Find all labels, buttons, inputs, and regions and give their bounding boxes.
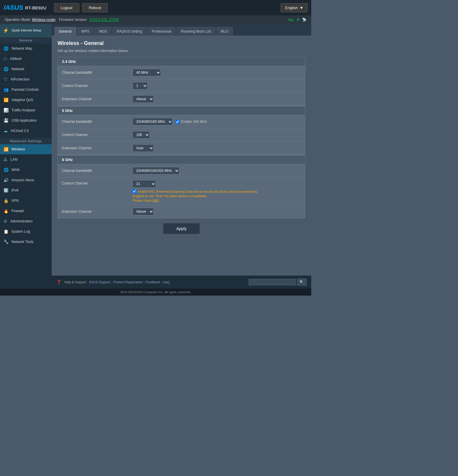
tab-radius-setting[interactable]: RADIUS Setting (112, 27, 147, 36)
tab-professional[interactable]: Professional (147, 27, 176, 36)
amazon-alexa-icon: 🔊 (4, 178, 9, 182)
sidebar-item-amazon-alexa[interactable]: 🔊 Amazon Alexa (0, 175, 52, 185)
reboot-button[interactable]: Reboot (82, 3, 108, 12)
sidebar-item-firewall[interactable]: 🔥 Firewall (0, 206, 52, 216)
sidebar-item-label: System Log (11, 229, 30, 234)
faq-footer-link[interactable]: FAQ (163, 281, 170, 284)
footer-search-button[interactable]: 🔍 (297, 279, 307, 286)
extension-channel-select-5[interactable]: Auto Above Below (132, 144, 154, 152)
sidebar-item-network-tools[interactable]: 🔧 Network Tools (0, 237, 52, 247)
product-registration-link[interactable]: Product Registration (113, 280, 143, 284)
logout-button[interactable]: Logout (54, 3, 79, 12)
op-mode-value[interactable]: Wireless router (32, 18, 56, 22)
psc-checkbox-label[interactable]: enable PSC (Preferred Scanning Channel) … (132, 190, 258, 193)
sidebar-item-label: AiMesh (10, 57, 22, 61)
extension-channel-select-6[interactable]: Above Below Auto (132, 208, 154, 215)
sidebar-item-vpn[interactable]: 🔒 VPN (0, 196, 52, 206)
sidebar-item-system-log[interactable]: 📋 System Log (0, 227, 52, 237)
firmware-value[interactable]: 3.0.0.6.102_37435 (90, 18, 119, 22)
channel-bandwidth-select-6[interactable]: 20/40/80/160/320 MHz 20 MHz 40 MHz 80 MH… (132, 167, 179, 175)
psc-note2: Suggest to use "Auto" for better device … (132, 194, 258, 198)
tab-general[interactable]: General (55, 27, 76, 36)
enable-160mhz-label: Enable 160 MHz (181, 120, 207, 124)
screen-icon[interactable]: 🖥 (296, 18, 300, 22)
sidebar-item-label: Network Tools (11, 240, 33, 244)
wireless-icon: 📶 (4, 147, 9, 152)
usb-application-icon: 💾 (4, 118, 9, 123)
channel-bandwidth-select-24[interactable]: 40 MHz 20 MHz 20/40 MHz (132, 69, 161, 76)
feedback-link[interactable]: Feedback (146, 280, 160, 284)
firmware-label: Firmware Version: (59, 18, 87, 22)
control-channel-value-6: 211591317 2529333741 enable PSC (Preferr… (132, 180, 258, 202)
sidebar-item-ipv6[interactable]: 6️⃣ IPv6 (0, 185, 52, 196)
sidebar-item-lan[interactable]: 🖧 LAN (0, 155, 52, 165)
channel-bandwidth-label-5: Channel bandwidth (62, 120, 132, 124)
footer: ❓ Help & Support ASUS Support | Product … (52, 276, 311, 289)
sidebar-item-label: VPN (11, 199, 19, 203)
sidebar-item-label: Wireless (11, 147, 25, 151)
administration-icon: ⚙ (4, 219, 7, 224)
page-content: Wireless - General Set up the wireless r… (52, 36, 311, 276)
sidebar-item-wireless[interactable]: 📶 Wireless (0, 144, 52, 155)
sidebar-item-wan[interactable]: 🌐 WAN (0, 165, 52, 175)
tab-wps[interactable]: WPS (77, 27, 94, 36)
sidebar-item-label: USB Application (11, 118, 37, 123)
sidebar-item-administration[interactable]: ⚙ Administration (0, 216, 52, 227)
sidebar-item-label: Adaptive QoS (11, 98, 33, 102)
model-name: RT-BE92U (25, 5, 46, 10)
sidebar-item-aiprotection[interactable]: 🛡 AiProtection (0, 74, 52, 85)
period-text: . (160, 199, 161, 202)
sidebar-item-aimesh[interactable]: ⬡ AiMesh (0, 54, 52, 64)
faq-link[interactable]: FAQ (152, 199, 159, 202)
sidebar-item-label: AiProtection (11, 77, 30, 81)
content-area: General WPS WDS RADIUS Setting Professio… (52, 24, 311, 289)
page-subtitle: Set up the wireless related information … (58, 49, 305, 53)
wan-icon: 🌐 (4, 167, 9, 172)
control-channel-value: 12345 67891011 (132, 82, 148, 90)
control-channel-select-5[interactable]: 10036404448 52566064 (132, 131, 150, 139)
sidebar-item-quick-setup[interactable]: ⚡ Quick Internet Setup (0, 24, 52, 37)
aicloud-icon: ☁ (4, 128, 8, 133)
control-channel-select-24[interactable]: 12345 67891011 (132, 82, 148, 90)
sidebar-item-traffic-analyzer[interactable]: 📊 Traffic Analyzer (0, 105, 52, 115)
extension-channel-label: Extension Channel (62, 97, 132, 101)
band-24ghz-header: 2.4 GHz (58, 57, 305, 66)
apply-button[interactable]: Apply (163, 223, 200, 234)
sidebar-item-network[interactable]: 🌐 Network (0, 64, 52, 74)
6ghz-control-channel-row: Control Channel 211591317 2529333741 ena… (58, 177, 305, 205)
sidebar-item-adaptive-qos[interactable]: 📶 Adaptive QoS (0, 95, 52, 105)
enable-160mhz-checkbox-label[interactable]: Enable 160 MHz (176, 120, 207, 124)
extension-channel-select-24[interactable]: Above Below (132, 95, 154, 103)
psc-checkbox[interactable] (132, 190, 136, 193)
control-channel-label: Control Channel (62, 84, 132, 88)
tab-mlo[interactable]: MLO (216, 27, 233, 36)
sidebar-item-parental-controls[interactable]: 👥 Parental Controls (0, 85, 52, 95)
asus-support-link[interactable]: ASUS Support (89, 280, 110, 284)
help-icon: ❓ (56, 280, 61, 284)
channel-bandwidth-label-6: Channel bandwidth (62, 169, 132, 173)
channel-bandwidth-value-6: 20/40/80/160/320 MHz 20 MHz 40 MHz 80 MH… (132, 167, 179, 175)
sidebar-item-aicloud[interactable]: ☁ AiCloud 2.0 (0, 126, 52, 136)
sidebar-item-usb-application[interactable]: 💾 USB Application (0, 115, 52, 126)
language-button[interactable]: English ▼ (281, 3, 308, 12)
5ghz-channel-bandwidth-row: Channel bandwidth 20/40/80/160 MHz 20 MH… (58, 115, 305, 128)
control-channel-select-6[interactable]: 211591317 2529333741 (132, 180, 156, 188)
sidebar-item-network-map[interactable]: 🌐 Network Map (0, 43, 52, 54)
page-title: Wireless - General (58, 40, 305, 46)
footer-search-input[interactable] (249, 279, 296, 285)
tab-wds[interactable]: WDS (95, 27, 112, 36)
quick-setup-label: Quick Internet Setup (12, 28, 41, 32)
wifi-share-icon[interactable]: 📡 (302, 18, 307, 22)
sidebar-item-label: Firewall (11, 209, 23, 213)
settings-panel: 2.4 GHz Channel bandwidth 40 MHz 20 MHz … (58, 57, 305, 218)
band-6ghz-header: 6 GHz (58, 155, 305, 164)
6ghz-channel-bandwidth-row: Channel bandwidth 20/40/80/160/320 MHz 2… (58, 164, 305, 177)
asus-logo: /ASUS (4, 4, 23, 11)
sidebar-item-label: LAN (11, 157, 17, 162)
traffic-analyzer-icon: 📊 (4, 108, 9, 113)
psc-note1: enable PSC (Preferred Scanning Channel) … (138, 190, 258, 193)
6ghz-extension-channel-row: Extension Channel Above Below Auto (58, 205, 305, 218)
channel-bandwidth-select-5[interactable]: 20/40/80/160 MHz 20 MHz 40 MHz 80 MHz (132, 118, 173, 125)
tab-roaming-block-list[interactable]: Roaming Block List (176, 27, 215, 36)
enable-160mhz-checkbox[interactable] (176, 120, 179, 124)
